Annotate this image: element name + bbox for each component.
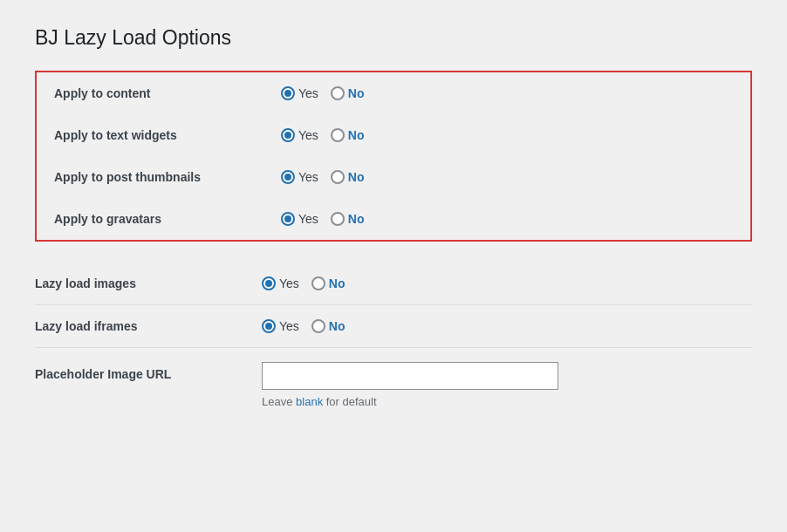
option-row-apply-to-content: Apply to content Yes No [37, 72, 750, 114]
apply-to-post-thumbnails-yes-label: Yes [298, 170, 318, 184]
placeholder-image-url-label: Placeholder Image URL [35, 362, 262, 381]
lazy-load-iframes-yes-radio[interactable] [262, 319, 276, 333]
apply-to-text-widgets-yes-option[interactable]: Yes [281, 128, 318, 142]
apply-to-gravatars-label: Apply to gravatars [54, 212, 281, 226]
apply-to-text-widgets-no-radio[interactable] [331, 128, 345, 142]
option-row-placeholder-image-url: Placeholder Image URL Leave blank for de… [35, 348, 752, 422]
lazy-load-images-no-label: No [329, 276, 346, 290]
options-container: Apply to content Yes No Apply to text wi… [35, 71, 752, 426]
placeholder-image-url-input[interactable] [262, 362, 558, 390]
apply-to-content-yes-option[interactable]: Yes [281, 86, 318, 100]
apply-to-text-widgets-no-option[interactable]: No [331, 128, 365, 142]
lazy-load-images-yes-option[interactable]: Yes [262, 276, 299, 290]
apply-to-content-no-radio[interactable] [331, 86, 345, 100]
lazy-load-images-label: Lazy load images [35, 276, 262, 290]
lazy-load-images-radio-group: Yes No [262, 276, 346, 290]
apply-to-text-widgets-no-label: No [348, 128, 365, 142]
option-row-lazy-load-images: Lazy load images Yes No [35, 263, 752, 304]
apply-to-gravatars-radio-group: Yes No [281, 212, 365, 226]
apply-to-text-widgets-yes-radio[interactable] [281, 128, 295, 142]
apply-to-gravatars-yes-radio[interactable] [281, 212, 295, 226]
standalone-section: Lazy load images Yes No Lazy load iframe… [35, 259, 752, 426]
apply-to-post-thumbnails-label: Apply to post thumbnails [54, 170, 281, 184]
apply-to-post-thumbnails-yes-option[interactable]: Yes [281, 170, 318, 184]
apply-to-post-thumbnails-no-label: No [348, 170, 365, 184]
placeholder-hint-link[interactable]: blank [296, 395, 323, 408]
apply-to-content-no-option[interactable]: No [331, 86, 365, 100]
apply-to-gravatars-yes-label: Yes [298, 212, 318, 226]
lazy-load-iframes-yes-label: Yes [279, 319, 299, 333]
apply-to-post-thumbnails-radio-group: Yes No [281, 170, 365, 184]
apply-to-content-radio-group: Yes No [281, 86, 365, 100]
placeholder-hint-text: Leave [262, 395, 296, 408]
lazy-load-iframes-no-label: No [329, 319, 346, 333]
apply-to-content-yes-label: Yes [298, 86, 318, 100]
apply-to-gravatars-no-option[interactable]: No [331, 212, 365, 226]
lazy-load-iframes-no-option[interactable]: No [311, 319, 346, 333]
apply-to-content-yes-radio[interactable] [281, 86, 295, 100]
apply-to-content-label: Apply to content [54, 86, 281, 100]
apply-to-gravatars-no-label: No [348, 212, 365, 226]
apply-to-text-widgets-radio-group: Yes No [281, 128, 365, 142]
lazy-load-images-no-radio[interactable] [311, 276, 325, 290]
lazy-load-images-yes-radio[interactable] [262, 276, 276, 290]
option-row-apply-to-post-thumbnails: Apply to post thumbnails Yes No [37, 156, 750, 198]
apply-to-post-thumbnails-yes-radio[interactable] [281, 170, 295, 184]
apply-to-post-thumbnails-no-option[interactable]: No [331, 170, 365, 184]
apply-to-gravatars-yes-option[interactable]: Yes [281, 212, 318, 226]
page-title: BJ Lazy Load Options [35, 26, 752, 50]
placeholder-hint: Leave blank for default [262, 395, 558, 408]
lazy-load-iframes-label: Lazy load iframes [35, 319, 262, 333]
lazy-load-images-yes-label: Yes [279, 276, 299, 290]
placeholder-input-wrapper: Leave blank for default [262, 362, 558, 408]
apply-to-gravatars-no-radio[interactable] [331, 212, 345, 226]
option-row-apply-to-gravatars: Apply to gravatars Yes No [37, 198, 750, 240]
lazy-load-iframes-radio-group: Yes No [262, 319, 346, 333]
option-row-apply-to-text-widgets: Apply to text widgets Yes No [37, 114, 750, 156]
bordered-section: Apply to content Yes No Apply to text wi… [35, 71, 752, 242]
apply-to-content-no-label: No [348, 86, 365, 100]
lazy-load-iframes-no-radio[interactable] [311, 319, 325, 333]
option-row-lazy-load-iframes: Lazy load iframes Yes No [35, 305, 752, 347]
placeholder-hint-suffix: for default [323, 395, 376, 408]
lazy-load-iframes-yes-option[interactable]: Yes [262, 319, 299, 333]
apply-to-text-widgets-yes-label: Yes [298, 128, 318, 142]
apply-to-text-widgets-label: Apply to text widgets [54, 128, 281, 142]
lazy-load-images-no-option[interactable]: No [311, 276, 346, 290]
apply-to-post-thumbnails-no-radio[interactable] [331, 170, 345, 184]
